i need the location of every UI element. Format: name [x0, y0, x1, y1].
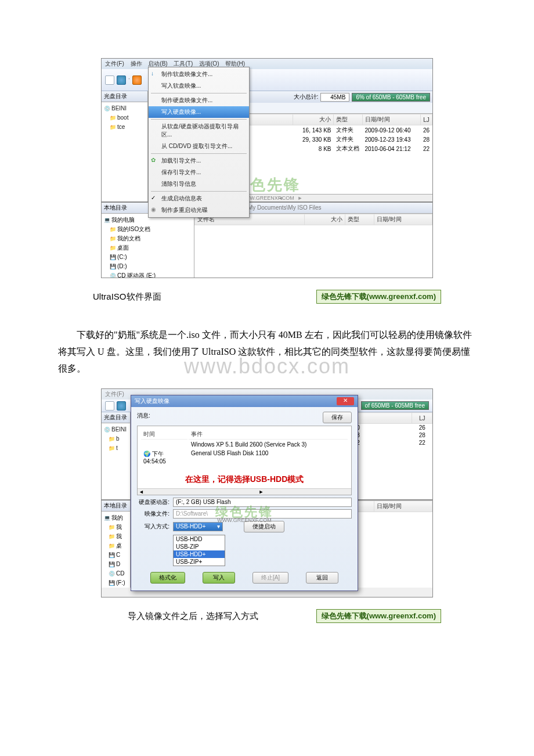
- menu-gen-boot-info[interactable]: 生成启动信息表: [149, 193, 249, 204]
- close-button[interactable]: ✕: [337, 397, 354, 405]
- cd-icon: [109, 570, 116, 577]
- caption-text-1: UltraISO软件界面: [93, 291, 161, 303]
- size-total-value: 45MB: [320, 93, 349, 102]
- col-time: 时间: [141, 430, 187, 440]
- disk-drive-combo[interactable]: (F:, 2 GB) USB Flash: [173, 498, 352, 507]
- folder-icon: [109, 542, 116, 549]
- folder-icon: [110, 124, 117, 130]
- pc-icon: [104, 217, 111, 223]
- menu-make-disk-image[interactable]: 制作硬盘映像文件...: [149, 95, 249, 106]
- menu-file[interactable]: 文件(F): [105, 391, 124, 397]
- drive-icon: [110, 254, 117, 260]
- menu-load-boot-file[interactable]: 加载引导文件...: [149, 155, 249, 167]
- menu-write-floppy-image[interactable]: 写入软盘映像...: [149, 80, 249, 92]
- folder-icon: [110, 235, 117, 242]
- write-mode-combo[interactable]: USB-HDD+ ▾: [173, 522, 223, 531]
- iso-tree[interactable]: BEINI boot tce: [102, 102, 147, 134]
- body-paragraph: 下载好的"奶瓶"系统是一个.iso 文件，而大小只有 40MB 左右，因此我们可…: [58, 327, 476, 377]
- folder-icon: [110, 114, 117, 121]
- menu-extract-boot-file[interactable]: 从 CD/DVD 提取引导文件...: [149, 141, 249, 152]
- menu-tools[interactable]: 工具(T): [174, 60, 193, 67]
- download-badge[interactable]: 绿色先锋下载(www.greenxf.com): [316, 609, 441, 623]
- image-file-field[interactable]: D:\Software\: [173, 509, 352, 519]
- menu-extract-boot-sector[interactable]: 从软盘/硬盘驱动器提取引导扇区...: [149, 121, 249, 141]
- write-button[interactable]: 写入: [203, 572, 235, 584]
- option-usb-zip[interactable]: USB-ZIP: [174, 543, 225, 550]
- drive-icon: [109, 561, 116, 567]
- iso-root-node[interactable]: BEINI: [111, 426, 127, 433]
- write-disk-image-dialog: 写入硬盘映像 ✕ 消息: 保存 时间 事件 Windows XP 5.1 Bui…: [131, 395, 358, 591]
- boot-menu-dropdown: 制作软盘映像文件... 写入软盘映像... 制作硬盘映像文件... 写入硬盘映像…: [148, 67, 250, 218]
- ultraiso-write-dialog-screenshot: 文件(F) of 650MB - 605MB free 光盘目录 BEINI b…: [101, 388, 433, 597]
- cd-icon: [110, 272, 117, 278]
- folder-icon: [110, 244, 117, 251]
- caption-text-2: 导入镜像文件之后，选择写入方式: [128, 611, 258, 622]
- local-tree[interactable]: 我的电脑 我的ISO文档 我的文档 桌面 (C:) (D:) CD 驱动器 (E…: [102, 214, 194, 278]
- drive-icon: [110, 263, 117, 269]
- menu-actions[interactable]: 操作: [131, 60, 142, 67]
- back-button[interactable]: 返回: [306, 572, 338, 584]
- folder-icon: [109, 533, 116, 539]
- drive-icon: [109, 579, 116, 586]
- menu-options[interactable]: 选项(O): [199, 60, 219, 67]
- col-datetime[interactable]: 日期/时间: [374, 501, 432, 512]
- caption-row-2: 导入镜像文件之后，选择写入方式 绿色先锋下载(www.greenxf.com): [81, 603, 453, 629]
- message-label: 消息:: [137, 412, 150, 419]
- check-icon: [151, 195, 158, 201]
- col-type[interactable]: 类型: [334, 114, 363, 125]
- disk-drive-label: 硬盘驱动器:: [137, 498, 169, 506]
- usage-bar: 6% of 650MB - 605MB free: [352, 93, 430, 102]
- pc-icon: [104, 514, 111, 521]
- save-button[interactable]: 保存: [323, 412, 352, 423]
- menu-write-disk-image[interactable]: 写入硬盘映像...: [149, 106, 249, 118]
- new-icon[interactable]: [105, 401, 114, 411]
- caption-row-1: UltraISO软件界面 绿色先锋下载(www.greenxf.com): [81, 284, 453, 309]
- dialog-title: 写入硬盘映像: [135, 397, 169, 405]
- menu-file[interactable]: 文件(F): [105, 60, 124, 67]
- cd-icon: [104, 105, 111, 111]
- annotation-text: 在这里，记得选择USB-HDD模式: [140, 474, 349, 485]
- folder-icon: [109, 435, 116, 442]
- menu-make-floppy-image[interactable]: 制作软盘映像文件...: [149, 69, 249, 80]
- download-badge[interactable]: 绿色先锋下载(www.greenxf.com): [316, 290, 441, 304]
- folder-icon: [109, 445, 116, 451]
- folder-icon: [110, 226, 117, 232]
- stop-button: 终止[A]: [252, 572, 288, 584]
- tree-folder-boot[interactable]: boot: [117, 114, 128, 121]
- col-datetime[interactable]: 日期/时间: [363, 114, 421, 125]
- iso-tree-header: 光盘目录: [102, 412, 130, 423]
- save-icon[interactable]: [132, 75, 142, 85]
- tree-folder-tce[interactable]: tce: [117, 124, 125, 130]
- menu-multiboot-disc[interactable]: 制作多重启动光碟: [149, 204, 249, 216]
- image-file-label: 映像文件:: [137, 510, 169, 518]
- menu-boot[interactable]: 启动(B): [148, 60, 167, 67]
- iso-root-node[interactable]: BEINI: [111, 105, 127, 111]
- new-icon[interactable]: [105, 75, 114, 85]
- quick-boot-button[interactable]: 便捷启动: [244, 521, 284, 532]
- size-total-label: 大小总计:: [294, 93, 319, 101]
- local-header: 本地目录: [102, 501, 130, 512]
- menu-save-boot-file[interactable]: 保存引导文件...: [149, 167, 249, 178]
- open-icon[interactable]: [117, 75, 126, 85]
- option-usb-hdd[interactable]: USB-HDD: [174, 535, 225, 543]
- gear-icon: [151, 157, 158, 164]
- usage-bar: of 650MB - 605MB free: [361, 401, 429, 410]
- menu-clear-boot-info[interactable]: 清除引导信息: [149, 178, 249, 190]
- col-size[interactable]: 大小: [305, 214, 345, 225]
- option-usb-zip-plus[interactable]: USB-ZIP+: [174, 558, 225, 566]
- ultraiso-main-window: 文件(F) 操作 启动(B) 工具(T) 选项(O) 帮助(H) · 制作软盘映…: [101, 58, 433, 278]
- col-type[interactable]: 类型: [345, 214, 374, 225]
- col-event: 事件: [189, 430, 348, 440]
- folder-icon: [109, 524, 116, 530]
- log-box: 时间 事件 Windows XP 5.1 Build 2600 (Service…: [137, 426, 352, 495]
- open-icon[interactable]: [117, 401, 126, 411]
- write-mode-label: 写入方式:: [137, 523, 169, 531]
- col-extra[interactable]: LJ: [421, 114, 432, 125]
- col-datetime[interactable]: 日期/时间: [374, 214, 432, 225]
- option-usb-hdd-plus[interactable]: USB-HDD+: [174, 550, 225, 558]
- write-mode-options[interactable]: USB-HDD USB-ZIP USB-HDD+ USB-ZIP+: [173, 535, 225, 566]
- format-button[interactable]: 格式化: [150, 572, 185, 584]
- menu-help[interactable]: 帮助(H): [225, 60, 245, 67]
- col-size[interactable]: 大小: [293, 114, 334, 125]
- drive-icon: [109, 552, 116, 558]
